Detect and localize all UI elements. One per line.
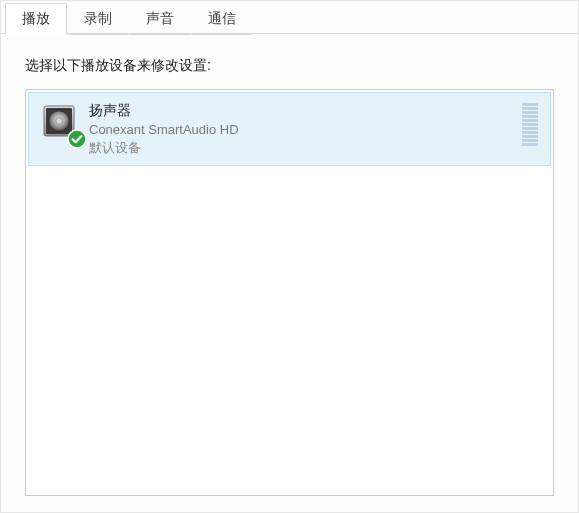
level-bar (522, 131, 538, 134)
tab-label: 录制 (84, 10, 112, 26)
volume-level-meter (520, 103, 538, 146)
level-bar (522, 119, 538, 122)
tab-content-playback: 选择以下播放设备来修改设置: (1, 35, 578, 496)
level-bar (522, 135, 538, 138)
level-bar (522, 143, 538, 146)
tab-recording[interactable]: 录制 (67, 3, 129, 35)
level-bar (522, 103, 538, 106)
tab-divider (1, 33, 578, 34)
device-name: 扬声器 (89, 101, 512, 121)
tab-label: 声音 (146, 10, 174, 26)
device-icon-wrap (41, 103, 81, 147)
level-bar (522, 127, 538, 130)
playback-device-list[interactable]: 扬声器 Conexant SmartAudio HD 默认设备 (25, 89, 554, 496)
level-bar (522, 107, 538, 110)
checkmark-icon (67, 129, 87, 149)
svg-point-4 (68, 130, 86, 148)
tab-sounds[interactable]: 声音 (129, 3, 191, 35)
tab-label: 通信 (208, 10, 236, 26)
tab-playback[interactable]: 播放 (5, 3, 67, 35)
device-item-speakers[interactable]: 扬声器 Conexant SmartAudio HD 默认设备 (28, 92, 551, 166)
sound-settings-panel: 播放 录制 声音 通信 选择以下播放设备来修改设置: (0, 0, 579, 513)
tab-bar: 播放 录制 声音 通信 (1, 1, 578, 35)
tab-communications[interactable]: 通信 (191, 3, 253, 35)
tab-label: 播放 (22, 10, 50, 26)
instruction-text: 选择以下播放设备来修改设置: (25, 57, 554, 75)
level-bar (522, 111, 538, 114)
device-driver: Conexant SmartAudio HD (89, 121, 512, 139)
svg-point-3 (56, 118, 62, 124)
device-status: 默认设备 (89, 139, 512, 157)
level-bar (522, 139, 538, 142)
level-bar (522, 123, 538, 126)
level-bar (522, 115, 538, 118)
device-text-block: 扬声器 Conexant SmartAudio HD 默认设备 (89, 101, 512, 157)
